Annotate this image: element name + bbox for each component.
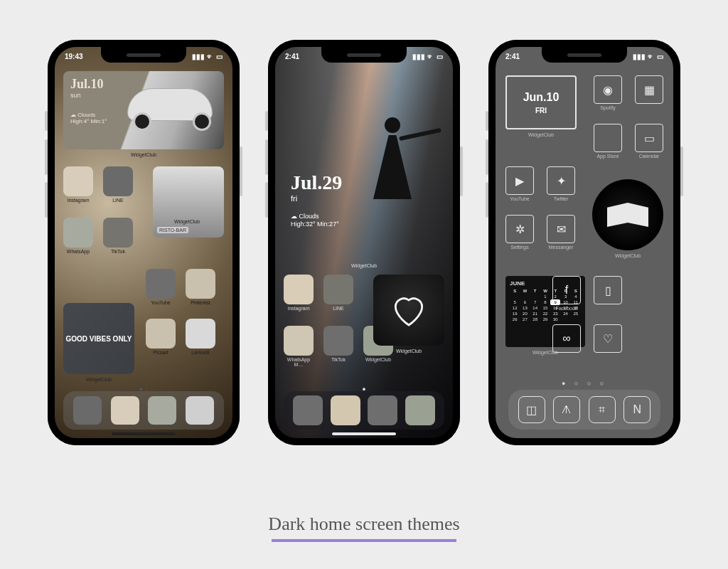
grid-icon: ▦ [635, 75, 663, 104]
app-icon-youtube[interactable]: YouTube [146, 269, 176, 305]
side-button [680, 147, 683, 196]
game-icon: ∞ [552, 324, 581, 353]
spotify-icon: ◉ [594, 75, 622, 104]
app-icon-whatsapp[interactable]: WhatsApp M… [284, 326, 314, 367]
side-button [486, 182, 488, 218]
dock: ◫ ⩚ ⌗ N [508, 390, 660, 430]
date-weather-widget[interactable]: Jul.10 sun ☁ Clouds High:4° Min:1° [63, 71, 224, 149]
app-icon-tiktok[interactable]: TikTok [103, 218, 133, 254]
dock-icon[interactable] [331, 395, 360, 425]
side-button [265, 111, 268, 131]
apple-icon [594, 124, 622, 152]
book-widget[interactable] [592, 179, 663, 250]
widget-label: WidgetClub [592, 253, 663, 258]
heart-icon: ♡ [594, 324, 622, 353]
date-widget[interactable]: Jun.10 FRI [505, 75, 577, 129]
app-icon[interactable]: ▦ [635, 75, 663, 110]
home-indicator[interactable] [332, 432, 396, 435]
gear-icon: ✲ [505, 215, 534, 243]
dock-icon[interactable] [405, 395, 435, 425]
widget-day: fri [291, 194, 342, 203]
car-illustration [120, 78, 220, 135]
heart-icon [389, 290, 429, 330]
app-icon-instagram[interactable]: Instagram [284, 275, 314, 311]
dock-icon-slack[interactable]: ⌗ [589, 396, 616, 423]
side-button [45, 182, 48, 218]
twitter-icon: ✦ [547, 166, 575, 195]
facebook-icon: f [552, 276, 581, 304]
app-icon[interactable]: ▯ [594, 276, 622, 311]
side-button [45, 111, 48, 131]
status-icons: ▮▮▮ᯤ▭ [633, 53, 663, 60]
app-icon-settings[interactable]: ✲Settings [505, 215, 534, 250]
widget-weather: ☁ Clouds High:32° Min:27° [291, 213, 342, 229]
app-icon-twitter[interactable]: ✦Twitter [547, 166, 575, 201]
app-icon-lemon8[interactable]: Lemon8 [186, 319, 215, 355]
app-icon-tiktok[interactable]: TikTok [323, 326, 353, 367]
dock-icon-notion[interactable]: N [623, 396, 651, 423]
calendar-icon: ▭ [635, 124, 663, 152]
dock-icon[interactable] [73, 396, 102, 425]
good-vibes-text: GOOD VIBES ONLY [66, 334, 132, 344]
phone-2: 2:41 ▮▮▮ᯤ▭ Jul.29 fri ☁ Clouds High:32° … [268, 40, 460, 445]
dock-icon[interactable] [148, 396, 176, 425]
app-icon-widgetclub[interactable]: WidgetClub [183, 218, 213, 254]
side-button [265, 139, 268, 175]
widget-label: WidgetClub [63, 377, 134, 382]
status-icons: ▮▮▮ᯤ▭ [192, 53, 223, 60]
good-vibes-widget[interactable]: GOOD VIBES ONLY [63, 303, 134, 374]
app-icon[interactable]: ∞ [552, 324, 581, 354]
file-icon: ▯ [594, 276, 622, 304]
app-icon-picsart[interactable]: Picsart [146, 319, 176, 355]
side-button [486, 111, 488, 131]
dock [63, 391, 224, 430]
side-button [45, 139, 48, 175]
page-dots[interactable]: ● ○ ○ ○ [496, 380, 673, 387]
status-time: 2:41 [505, 53, 520, 60]
widget-day: FRI [535, 107, 547, 115]
widget-label: WidgetClub [373, 349, 444, 353]
app-icon-pinterest[interactable]: Pinterest [186, 269, 215, 305]
side-button [486, 139, 488, 175]
status-time: 19:43 [65, 53, 83, 60]
notch [321, 47, 407, 63]
dock-icon-appstore[interactable]: ⩚ [553, 396, 580, 423]
hero-widget[interactable]: Jul.29 fri ☁ Clouds High:32° Min:27° [282, 71, 446, 262]
app-icon-messenger[interactable]: ✉Messanger [547, 215, 575, 250]
app-icon-spotify[interactable]: ◉Spotify [594, 75, 622, 110]
notch [542, 47, 627, 63]
dock-icon[interactable] [368, 395, 397, 425]
heart-widget[interactable] [373, 275, 444, 346]
app-icon-instagram[interactable]: Instagram [63, 166, 93, 203]
app-icon-youtube[interactable]: ▶YouTube [505, 166, 534, 201]
app-icon-whatsapp[interactable]: WhatsApp [63, 218, 93, 254]
app-icon-line[interactable]: LINE [103, 166, 133, 203]
app-icon-calendar[interactable]: ▭Calendar [635, 124, 663, 159]
app-icon-facebook[interactable]: fFacebook [552, 276, 581, 311]
phone-3: 2:41 ▮▮▮ᯤ▭ Jun.10 FRI WidgetClub ◉Spotif… [488, 40, 680, 445]
app-icon-appstore[interactable]: App Store [594, 124, 622, 159]
status-time: 2:41 [285, 53, 299, 60]
status-icons: ▮▮▮ᯤ▭ [412, 53, 443, 60]
dock [284, 391, 444, 430]
side-button [460, 147, 463, 196]
side-button [240, 147, 242, 196]
widget-label: WidgetClub [505, 132, 577, 137]
side-button [265, 182, 268, 218]
youtube-icon: ▶ [505, 166, 534, 195]
app-icon[interactable]: ♡ [594, 324, 622, 354]
dock-icon[interactable] [111, 396, 139, 425]
phone-1: 19:43 ▮▮▮ᯤ▭ Jul.10 sun ☁ Clouds High:4° … [48, 40, 240, 445]
dock-icon[interactable] [293, 395, 323, 425]
notch [101, 47, 186, 63]
messenger-icon: ✉ [547, 215, 575, 243]
home-indicator[interactable] [112, 432, 176, 435]
widget-date: Jul.29 [291, 171, 342, 194]
widget-date: Jun.10 [523, 91, 560, 104]
widget-label: WidgetClub [275, 263, 453, 268]
page-caption: Dark home screen themes [0, 514, 728, 542]
app-icon-line[interactable]: LINE [323, 275, 353, 311]
dock-icon-instagram[interactable]: ◫ [518, 396, 545, 423]
dock-icon[interactable] [186, 396, 214, 425]
caption-underline [272, 539, 456, 542]
